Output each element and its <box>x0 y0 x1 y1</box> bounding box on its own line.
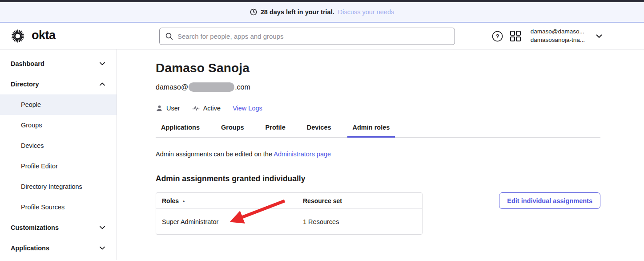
table-header-row: Roles▲ Resource set <box>156 193 422 209</box>
help-icon[interactable]: ? <box>492 31 503 42</box>
view-logs-link[interactable]: View Logs <box>233 105 262 112</box>
sidebar-item-dashboard[interactable]: Dashboard <box>0 53 117 74</box>
resource-set-cell: 1 Resources <box>303 218 422 225</box>
okta-logo-icon <box>10 28 26 44</box>
sidebar-item-directory-integrations[interactable]: Directory Integrations <box>0 176 117 197</box>
app-header: okta ? damaso@damaso... damasosanoja-tri… <box>0 23 644 49</box>
user-email: damaso@.com <box>156 82 600 92</box>
sidebar-item-devices[interactable]: Devices <box>0 135 117 156</box>
chevron-down-icon <box>100 226 105 229</box>
person-icon <box>156 105 163 112</box>
sidebar-item-groups[interactable]: Groups <box>0 115 117 135</box>
column-header-resource-set[interactable]: Resource set <box>303 197 422 204</box>
tab-admin-roles[interactable]: Admin roles <box>347 124 395 137</box>
admin-note: Admin assignments can be edited on the A… <box>156 151 600 158</box>
okta-logo[interactable]: okta <box>10 23 56 49</box>
account-org: damasosanoja-tria... <box>531 36 585 45</box>
role-cell: Super Administrator <box>156 218 303 225</box>
edit-individual-assignments-button[interactable]: Edit individual assignments <box>499 192 600 209</box>
clock-icon <box>250 8 257 16</box>
redacted-email-domain <box>189 82 234 92</box>
tab-groups[interactable]: Groups <box>216 124 250 137</box>
search-icon <box>165 33 173 40</box>
account-menu[interactable]: damaso@damaso... damasosanoja-tria... <box>531 28 585 45</box>
tab-profile[interactable]: Profile <box>260 124 291 137</box>
pulse-icon <box>192 105 200 111</box>
sidebar-nav: Dashboard Directory People Groups Device… <box>0 49 117 260</box>
section-title: Admin assignments granted individually <box>156 174 600 184</box>
apps-grid-icon[interactable] <box>510 30 521 42</box>
svg-text:?: ? <box>495 33 499 40</box>
account-email: damaso@damaso... <box>531 28 585 36</box>
chevron-down-icon <box>100 62 105 65</box>
sort-asc-icon: ▲ <box>182 199 185 203</box>
administrators-page-link[interactable]: Administrators page <box>274 151 331 158</box>
sidebar-item-profile-sources[interactable]: Profile Sources <box>0 197 117 217</box>
sidebar-item-customizations[interactable]: Customizations <box>0 217 117 238</box>
table-row: Super Administrator 1 Resources <box>156 209 422 234</box>
trial-message: 28 days left in your trial. <box>261 8 334 16</box>
user-type: User <box>156 105 180 112</box>
sidebar-item-profile-editor[interactable]: Profile Editor <box>0 156 117 176</box>
search-input[interactable] <box>177 33 449 40</box>
okta-wordmark: okta <box>32 29 56 44</box>
chevron-up-icon <box>100 82 105 86</box>
global-search[interactable] <box>159 28 455 45</box>
sidebar-item-directory[interactable]: Directory <box>0 74 117 94</box>
tab-devices[interactable]: Devices <box>302 124 337 137</box>
sidebar-item-applications[interactable]: Applications <box>0 238 117 258</box>
chevron-down-icon <box>100 246 105 250</box>
main-content: Damaso Sanoja damaso@.com User Active Vi… <box>117 49 644 260</box>
user-detail-tabs: Applications Groups Profile Devices Admi… <box>156 124 600 138</box>
user-status: Active <box>192 105 221 112</box>
column-header-roles[interactable]: Roles▲ <box>156 197 303 204</box>
page-title: Damaso Sanoja <box>156 61 600 75</box>
tab-applications[interactable]: Applications <box>156 124 205 137</box>
trial-banner: 28 days left in your trial. Discuss your… <box>0 2 644 23</box>
admin-assignments-table: Roles▲ Resource set Super Administrator … <box>156 192 423 235</box>
chevron-down-icon[interactable] <box>596 34 602 38</box>
sidebar-item-people[interactable]: People <box>0 94 117 115</box>
discuss-needs-link[interactable]: Discuss your needs <box>338 8 394 16</box>
